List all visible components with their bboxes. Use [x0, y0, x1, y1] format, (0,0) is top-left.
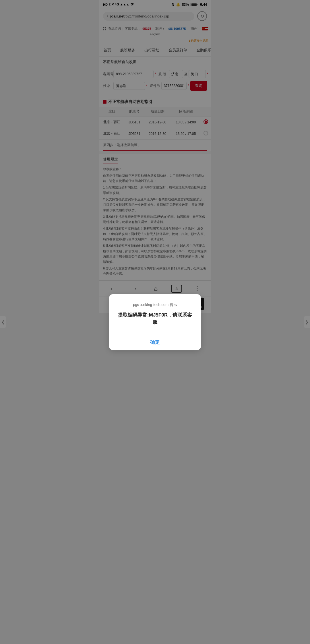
- overlay[interactable]: pgs-x.eking-tech.com 提示 提取编码异常:MJ5F0R，请联…: [99, 0, 211, 313]
- dialog: pgs-x.eking-tech.com 提示 提取编码异常:MJ5F0R，请联…: [109, 294, 201, 313]
- dialog-message: 提取编码异常:MJ5F0R，请联系客服: [116, 311, 194, 313]
- dialog-domain: pgs-x.eking-tech.com 提示: [116, 302, 194, 307]
